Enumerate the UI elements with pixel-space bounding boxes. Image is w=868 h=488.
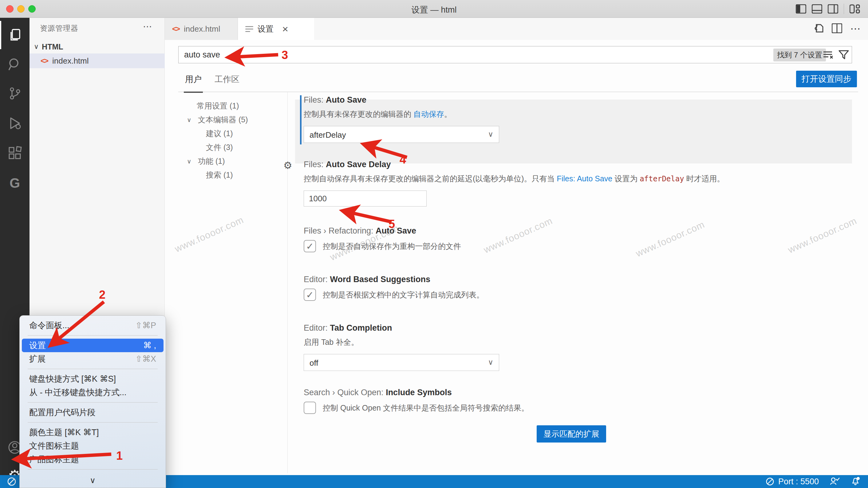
toc-item-search[interactable]: 搜索 (1) — [172, 168, 286, 182]
chevron-down-icon: ∨ — [488, 358, 493, 367]
live-server-icon[interactable]: G — [0, 169, 30, 197]
menu-item-command-palette[interactable]: 命令面板...⇧⌘P — [22, 319, 163, 332]
explorer-title: 资源管理器 — [40, 23, 79, 33]
folder-row-html[interactable]: ∨ HTML — [30, 40, 165, 54]
tab-index-html[interactable]: <> index.html — [165, 18, 238, 40]
title-bar: 设置 — html — [0, 0, 868, 18]
auto-save-link[interactable]: 自动保存 — [413, 110, 444, 118]
circle-slash-icon — [765, 477, 775, 486]
check-icon: ✓ — [306, 290, 313, 300]
chevron-down-icon: ∨ — [34, 43, 39, 51]
setting-tab-completion: Editor: Tab Completion 启用 Tab 补全。 off ∨ — [304, 323, 499, 371]
split-editor-icon[interactable] — [832, 23, 842, 34]
source-control-icon[interactable] — [0, 79, 30, 107]
setting-actions-gear-icon[interactable]: ⚙ — [283, 160, 292, 170]
notifications-bell-icon[interactable] — [850, 476, 861, 487]
close-icon[interactable]: × — [282, 24, 288, 34]
settings-search-box: 找到 7 个设置 — [178, 46, 852, 63]
tab-completion-select[interactable]: off ∨ — [304, 354, 499, 371]
results-count-badge: 找到 7 个设置 — [773, 48, 826, 61]
menu-separator — [28, 402, 158, 402]
menu-item-settings[interactable]: 设置⌘ , — [22, 339, 163, 352]
menu-separator — [28, 369, 158, 369]
tab-settings[interactable]: 设置 × — [238, 18, 314, 40]
customize-layout-icon[interactable] — [849, 4, 860, 14]
toggle-primary-sidebar-icon[interactable] — [796, 4, 806, 13]
chevron-down-icon: ∨ — [187, 116, 191, 124]
menu-item-color-theme[interactable]: 颜色主题 [⌘K ⌘T] — [22, 426, 163, 439]
word-based-suggestions-checkbox[interactable]: ✓ — [304, 289, 316, 301]
menu-item-file-icon-theme[interactable]: 文件图标主题 — [22, 439, 163, 453]
toggle-panel-icon[interactable] — [812, 4, 822, 13]
toc-divider — [287, 92, 288, 473]
menu-item-product-icon-theme[interactable]: 产品图标主题 — [22, 453, 163, 466]
menu-item-keyboard-shortcuts[interactable]: 键盘快捷方式 [⌘K ⌘S] — [22, 372, 163, 386]
setting-include-symbols: Search › Quick Open: Include Symbols 控制 … — [304, 388, 529, 414]
menu-separator — [28, 469, 158, 469]
live-server-port-status[interactable]: Port : 5500 — [765, 477, 819, 486]
html-file-icon: <> — [40, 57, 48, 65]
more-actions-icon[interactable]: ⋯ — [850, 27, 861, 31]
html-file-icon: <> — [172, 25, 180, 33]
run-debug-icon[interactable] — [0, 109, 30, 137]
toc-item-features[interactable]: ∨功能 (1) — [172, 154, 286, 168]
toc-item-suggestions[interactable]: 建议 (1) — [172, 127, 286, 140]
explorer-icon[interactable] — [0, 21, 30, 49]
search-icon[interactable] — [0, 50, 30, 78]
feedback-icon[interactable] — [829, 476, 840, 487]
menu-item-extensions[interactable]: 扩展⇧⌘X — [22, 352, 163, 366]
settings-search-input[interactable] — [179, 46, 852, 63]
explorer-more-actions-icon[interactable]: ⋯ — [143, 21, 152, 32]
toc-item-files[interactable]: 文件 (3) — [172, 140, 286, 154]
toc-item-text-editor[interactable]: ∨文本编辑器 (5) — [172, 113, 286, 127]
vscode-window: 设置 — html — [0, 0, 868, 488]
include-symbols-checkbox[interactable] — [304, 402, 316, 414]
settings-editor: 找到 7 个设置 用户 工作区 打开设置同步 常用设置 (1) ∨文本编辑器 (… — [165, 40, 868, 475]
auto-save-select[interactable]: afterDelay ∨ — [304, 126, 499, 143]
tab-user-settings[interactable]: 用户 — [185, 74, 202, 85]
settings-scope-row: 用户 工作区 打开设置同步 — [178, 69, 858, 92]
refactoring-auto-save-checkbox[interactable]: ✓ — [304, 240, 316, 252]
setting-word-based-suggestions: Editor: Word Based Suggestions ✓ 控制是否根据文… — [304, 275, 484, 301]
menu-separator — [28, 422, 158, 423]
settings-toc: 常用设置 (1) ∨文本编辑器 (5) 建议 (1) 文件 (3) ∨功能 (1… — [172, 99, 286, 182]
setting-files-auto-save-delay: Files: Auto Save Delay 控制自动保存具有未保存更改的编辑器… — [304, 160, 725, 206]
auto-save-delay-input[interactable] — [304, 191, 426, 206]
menu-item-user-snippets[interactable]: 配置用户代码片段 — [22, 405, 163, 419]
files-auto-save-link[interactable]: Files: Auto Save — [557, 174, 613, 183]
check-icon: ✓ — [306, 241, 313, 252]
titlebar-divider — [844, 4, 844, 14]
editor-tab-strip: <> index.html 设置 × ⋯ — [165, 18, 868, 40]
settings-editor-icon — [245, 25, 253, 33]
setting-refactoring-auto-save: Files › Refactoring: Auto Save ✓ 控制是否自动保… — [304, 226, 461, 252]
extensions-icon[interactable] — [0, 139, 30, 167]
modified-indicator — [300, 95, 302, 144]
open-settings-json-icon[interactable] — [813, 23, 824, 35]
setting-files-auto-save: Files: Auto Save 控制具有未保存更改的编辑器的 自动保存。 af… — [304, 95, 499, 143]
tab-workspace-settings[interactable]: 工作区 — [215, 74, 240, 85]
clear-filters-icon[interactable] — [823, 50, 835, 62]
menu-item-migrate-shortcuts[interactable]: 从 - 中迁移键盘快捷方式... — [22, 386, 163, 399]
toggle-secondary-sidebar-icon[interactable] — [828, 4, 838, 13]
chevron-down-icon: ∨ — [488, 130, 493, 139]
auto-save-delay-input-box — [304, 191, 427, 206]
show-matching-extensions-button[interactable]: 显示匹配的扩展 — [537, 425, 606, 443]
file-row-index-html[interactable]: <> index.html — [30, 54, 165, 68]
filter-icon[interactable] — [838, 50, 849, 62]
manage-gear-menu: 命令面板...⇧⌘P 设置⌘ , 扩展⇧⌘X 键盘快捷方式 [⌘K ⌘S] 从 … — [19, 315, 166, 488]
toc-item-common[interactable]: 常用设置 (1) — [172, 99, 286, 113]
chevron-down-icon: ∨ — [187, 158, 191, 165]
menu-scroll-more-icon[interactable]: ∨ — [20, 476, 166, 485]
window-title: 设置 — html — [0, 4, 868, 15]
turn-on-settings-sync-button[interactable]: 打开设置同步 — [796, 71, 857, 87]
no-problems-icon[interactable] — [7, 477, 17, 488]
